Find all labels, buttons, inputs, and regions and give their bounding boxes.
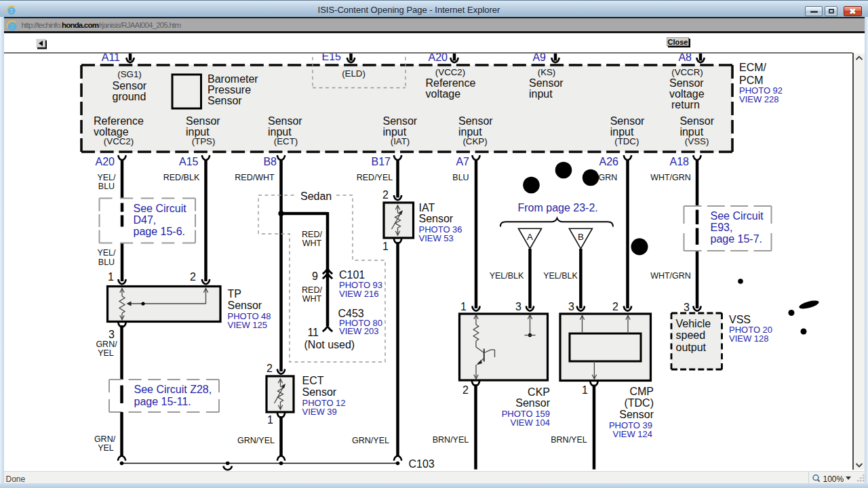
- svg-text:Reference: Reference: [94, 115, 144, 127]
- svg-text:2: 2: [382, 189, 389, 201]
- svg-text:11: 11: [307, 327, 319, 338]
- svg-text:Sensor: Sensor: [268, 115, 302, 127]
- svg-text:speed: speed: [676, 329, 706, 341]
- svg-text:2: 2: [462, 384, 469, 396]
- svg-text:BLU: BLU: [452, 173, 469, 182]
- svg-text:Reference: Reference: [426, 77, 476, 89]
- svg-text:2: 2: [267, 363, 273, 374]
- svg-text:(SG1): (SG1): [117, 69, 141, 79]
- svg-text:RED/: RED/: [302, 230, 322, 239]
- svg-text:GRN/: GRN/: [96, 340, 117, 349]
- svg-text:(KS): (KS): [538, 67, 556, 77]
- svg-text:Sensor: Sensor: [529, 77, 564, 89]
- svg-text:A15: A15: [179, 156, 199, 167]
- svg-text:BRN/YEL: BRN/YEL: [551, 435, 587, 445]
- svg-text:Sensor: Sensor: [679, 115, 714, 127]
- svg-text:GRN/YEL: GRN/YEL: [352, 436, 389, 445]
- svg-text:A26: A26: [599, 156, 619, 167]
- svg-text:Sensor: Sensor: [610, 115, 645, 127]
- svg-text:1: 1: [582, 384, 588, 396]
- svg-text:1: 1: [460, 301, 467, 312]
- svg-text:(VCCR): (VCCR): [671, 67, 703, 77]
- svg-text:Pressure: Pressure: [208, 84, 251, 96]
- svg-text:Sensor: Sensor: [113, 80, 147, 92]
- svg-text:(TPS): (TPS): [192, 136, 216, 146]
- svg-text:B17: B17: [372, 156, 391, 167]
- svg-text:3: 3: [515, 301, 521, 312]
- svg-text:(VCC2): (VCC2): [435, 67, 465, 77]
- svg-text:RED/WHT: RED/WHT: [235, 173, 275, 182]
- svg-text:(ECT): (ECT): [274, 136, 298, 146]
- svg-text:YEL/: YEL/: [97, 173, 116, 182]
- svg-text:Sensor: Sensor: [419, 213, 454, 224]
- svg-text:A18: A18: [670, 156, 690, 167]
- svg-text:(TDC): (TDC): [614, 136, 639, 146]
- svg-text:page 15-6.: page 15-6.: [134, 226, 186, 237]
- svg-text:3: 3: [568, 301, 574, 312]
- svg-text:Sensor: Sensor: [302, 386, 337, 398]
- svg-text:C103: C103: [409, 458, 435, 470]
- svg-text:From page 23-2.: From page 23-2.: [518, 202, 598, 214]
- svg-text:9: 9: [312, 270, 318, 282]
- svg-text:VIEW 39: VIEW 39: [302, 407, 337, 417]
- svg-text:VSS: VSS: [729, 314, 751, 325]
- svg-text:A20: A20: [96, 156, 115, 167]
- svg-text:VIEW 203: VIEW 203: [339, 326, 379, 336]
- svg-text:PCM: PCM: [739, 75, 764, 86]
- svg-text:YEL: YEL: [98, 443, 114, 453]
- svg-text:E93,: E93,: [711, 222, 733, 233]
- svg-text:Vehicle: Vehicle: [676, 318, 711, 329]
- svg-text:VIEW 124: VIEW 124: [612, 429, 652, 439]
- svg-text:(VSS): (VSS): [685, 136, 709, 146]
- svg-text:RED/YEL: RED/YEL: [357, 173, 393, 182]
- svg-text:(IAT): (IAT): [391, 136, 410, 146]
- svg-text:YEL/BLK: YEL/BLK: [543, 271, 578, 281]
- svg-text:ECT: ECT: [302, 375, 324, 386]
- svg-text:TP: TP: [228, 288, 241, 300]
- svg-text:Sensor: Sensor: [186, 115, 220, 127]
- svg-text:Sensor: Sensor: [228, 300, 262, 311]
- svg-text:VIEW 228: VIEW 228: [739, 94, 779, 104]
- svg-text:2: 2: [190, 271, 196, 283]
- svg-text:Sensor: Sensor: [383, 115, 418, 127]
- svg-text:YEL/: YEL/: [97, 248, 116, 258]
- svg-text:RED/BLK: RED/BLK: [163, 173, 200, 182]
- svg-text:GRN/YEL: GRN/YEL: [237, 436, 275, 445]
- svg-text:GRN: GRN: [599, 173, 618, 182]
- svg-text:3: 3: [684, 302, 690, 313]
- svg-text:WHT/GRN: WHT/GRN: [650, 271, 691, 281]
- svg-text:A: A: [527, 232, 533, 242]
- svg-text:B: B: [578, 232, 584, 242]
- svg-text:page 15-11.: page 15-11.: [134, 396, 191, 407]
- svg-text:Sensor: Sensor: [458, 115, 493, 127]
- svg-text:WHT: WHT: [302, 239, 322, 248]
- svg-text:See Circuit Z28,: See Circuit Z28,: [134, 384, 212, 395]
- svg-text:(VCC2): (VCC2): [104, 136, 134, 146]
- svg-text:CMP: CMP: [629, 386, 654, 397]
- svg-text:input: input: [529, 88, 553, 100]
- svg-text:1: 1: [267, 414, 273, 426]
- svg-text:Sensor: Sensor: [619, 409, 654, 420]
- svg-text:See Circuit: See Circuit: [134, 203, 187, 214]
- svg-text:BLU: BLU: [98, 182, 115, 191]
- svg-text:2: 2: [612, 301, 618, 312]
- svg-text:1: 1: [108, 271, 114, 283]
- svg-text:IAT: IAT: [419, 202, 435, 214]
- svg-text:WHT: WHT: [302, 294, 322, 304]
- svg-text:Sensor: Sensor: [669, 77, 704, 89]
- svg-text:VIEW 128: VIEW 128: [729, 333, 769, 344]
- svg-text:WHT/GRN: WHT/GRN: [650, 173, 691, 182]
- svg-text:output: output: [676, 342, 707, 353]
- svg-text:ground: ground: [113, 91, 146, 102]
- svg-text:(CKP): (CKP): [462, 136, 487, 146]
- svg-text:(Not used): (Not used): [304, 339, 355, 350]
- svg-text:ECM/: ECM/: [739, 62, 767, 73]
- svg-text:C101: C101: [339, 269, 365, 281]
- svg-text:3: 3: [108, 329, 115, 340]
- svg-text:VIEW 216: VIEW 216: [339, 289, 379, 299]
- svg-text:return: return: [671, 99, 700, 110]
- svg-text:VIEW 53: VIEW 53: [419, 233, 454, 243]
- svg-text:VIEW 104: VIEW 104: [510, 418, 550, 428]
- svg-text:RED/: RED/: [302, 285, 322, 295]
- svg-text:voltage: voltage: [426, 88, 461, 100]
